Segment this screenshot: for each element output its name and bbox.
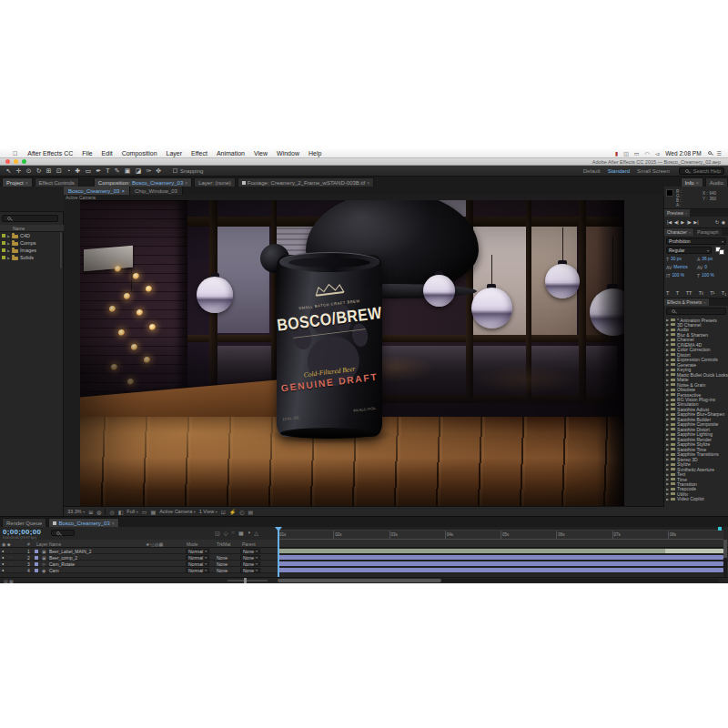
effects-category-row[interactable]: ▶ * Animation Presets	[666, 318, 728, 322]
twirl-icon[interactable]: ▶	[666, 432, 669, 437]
snapshot-icon[interactable]: ◎	[109, 509, 114, 515]
close-icon[interactable]: ×	[185, 180, 187, 186]
effects-category-row[interactable]: ▶ Matte	[666, 378, 728, 382]
transport-button[interactable]: ◀|	[674, 219, 679, 225]
twirl-icon[interactable]: ▶	[666, 462, 669, 467]
twirl-icon[interactable]: ▶	[666, 388, 669, 392]
faux-style-button[interactable]: T	[666, 290, 669, 296]
current-timecode[interactable]: 0;00;00;00	[3, 528, 41, 536]
twirl-icon[interactable]: ▶	[666, 332, 669, 337]
effects-category-row[interactable]: ▶ Sapphire Render	[666, 437, 728, 441]
visibility-toggle[interactable]: ●	[2, 548, 4, 554]
project-search-input[interactable]	[2, 215, 58, 222]
mode-header[interactable]: Mode	[187, 540, 198, 548]
comp-tab-active[interactable]: Bosco_Creamery_03 ×	[64, 187, 130, 195]
snapping-checkbox[interactable]	[173, 168, 177, 173]
effects-search-input[interactable]	[666, 308, 726, 315]
effects-category-row[interactable]: ▶ Sapphire Stylize	[666, 442, 728, 447]
character-field[interactable]: T 100 %	[697, 272, 726, 278]
fast-previews-icon[interactable]: ⚡	[229, 509, 237, 515]
tab-timeline-comp[interactable]: Bosco_Creamery_03 ×	[48, 518, 118, 527]
effects-category-row[interactable]: ▶ Blur & Sharpen	[666, 332, 728, 337]
layer-color-chip[interactable]	[35, 561, 38, 567]
effects-category-row[interactable]: ▶ 3D Channel	[666, 322, 728, 327]
twirl-icon[interactable]: ▶	[666, 447, 669, 451]
layer-duration-bar[interactable]	[278, 549, 723, 553]
close-icon[interactable]: ×	[367, 180, 369, 186]
effects-category-row[interactable]: ▶ Simulation	[666, 402, 728, 407]
loop-icon[interactable]: ↻	[715, 219, 719, 225]
timeline-search-input[interactable]	[51, 530, 75, 536]
composition-image[interactable]: SMALL BATCH CRAFT BREW BOSCO/BREW Cold-F…	[80, 200, 624, 506]
tool-icon[interactable]: ▭	[85, 167, 91, 174]
twirl-icon[interactable]: ▶	[666, 368, 669, 372]
close-icon[interactable]: ×	[25, 180, 28, 186]
close-window-button[interactable]	[5, 159, 10, 164]
twirl-icon[interactable]: ▶	[666, 427, 669, 431]
faux-style-button[interactable]: Tt	[699, 290, 703, 296]
blend-mode-dropdown[interactable]: Normal▾	[186, 561, 209, 567]
twirl-icon[interactable]: ▶	[666, 412, 669, 417]
twirl-icon[interactable]: ▶	[666, 392, 669, 397]
parent-dropdown[interactable]: None▾	[240, 567, 260, 573]
lock-toggle[interactable]: ▫	[11, 548, 12, 554]
lock-toggle[interactable]: ▫	[11, 554, 12, 561]
workspace-standard[interactable]: Standard	[608, 168, 630, 174]
volume-icon[interactable]: ◅	[655, 150, 660, 157]
menubar-item[interactable]: Help	[308, 150, 321, 157]
grid-guides-icon[interactable]: ⊞	[88, 509, 93, 515]
tab-composition[interactable]: Composition: Bosco_Creamery_03 ×	[94, 177, 192, 187]
twirl-icon[interactable]: ▶	[7, 241, 10, 246]
twirl-icon[interactable]: ▶	[666, 487, 669, 491]
twirl-icon[interactable]: ▶	[666, 318, 669, 322]
tab-effects-presets[interactable]: Effects & Presets×	[664, 298, 709, 306]
layer-name[interactable]: Beer_comp_2	[49, 554, 77, 561]
spotlight-icon[interactable]	[708, 151, 712, 155]
twirl-icon[interactable]: ▶	[666, 348, 669, 352]
wifi-icon[interactable]: ◠	[644, 150, 649, 157]
close-icon[interactable]: ×	[703, 300, 705, 305]
tool-icon[interactable]: ⊡	[56, 167, 62, 174]
tab-layer[interactable]: Layer: (none)	[194, 177, 236, 187]
layer-name-header[interactable]: Layer Name	[36, 540, 61, 548]
character-field-value[interactable]: 100 %	[672, 273, 684, 278]
effects-category-row[interactable]: ▶ Transition	[666, 481, 728, 486]
tool-icon[interactable]: ✎	[115, 167, 120, 174]
toggle-switches-modes-icon[interactable]: ▤ ▦	[4, 579, 14, 584]
display-icon[interactable]: ◫	[623, 150, 629, 157]
region-of-interest-icon[interactable]: ▭	[142, 509, 147, 515]
twirl-icon[interactable]: ▶	[666, 338, 669, 342]
visibility-toggle[interactable]: ●	[2, 554, 4, 561]
transport-button[interactable]: |◀	[667, 219, 672, 225]
project-item[interactable]: ▶ Images	[0, 247, 64, 254]
layer-name[interactable]: Cam	[49, 567, 59, 573]
label-color-chip[interactable]	[2, 241, 5, 245]
effects-category-row[interactable]: ▶ Sapphire Blur+Sharpen	[666, 412, 728, 417]
tool-icon[interactable]: T	[106, 167, 109, 174]
transport-button[interactable]: ▶	[681, 219, 684, 225]
blend-mode-dropdown[interactable]: Normal▾	[186, 548, 209, 554]
tab-paragraph[interactable]: Paragraph	[694, 228, 721, 236]
effects-category-row[interactable]: ▶ Perspective	[666, 392, 728, 397]
motion-blur-icon[interactable]: ◑	[248, 530, 251, 536]
effects-category-row[interactable]: ▶ Utility	[666, 491, 728, 496]
character-field[interactable]: T 30 px	[666, 256, 695, 262]
tool-icon[interactable]: ✜	[157, 167, 162, 174]
twirl-icon[interactable]: ▶	[666, 452, 669, 457]
project-item[interactable]: ▶ Comps	[0, 239, 64, 247]
menubar-item[interactable]: View	[254, 150, 268, 157]
close-icon[interactable]: ×	[685, 211, 687, 216]
menubar-item[interactable]: Layer	[167, 150, 183, 157]
tool-icon[interactable]: ✚	[75, 167, 80, 174]
camera-dropdown[interactable]: Active Camera ▾	[159, 509, 196, 514]
tool-icon[interactable]: ↻	[36, 167, 42, 174]
twirl-icon[interactable]: ▶	[666, 491, 669, 496]
close-icon[interactable]: ×	[696, 180, 699, 186]
time-ruler[interactable]: 01s02s03s04s05s06s07s08s	[278, 527, 723, 540]
layer-duration-bar[interactable]	[278, 568, 723, 572]
label-color-chip[interactable]	[2, 234, 5, 238]
layer-color-chip[interactable]	[35, 554, 38, 561]
effects-category-row[interactable]: ▶ Audio	[666, 328, 728, 332]
effects-category-row[interactable]: ▶ Sapphire Transitions	[666, 452, 728, 457]
transparency-grid-icon[interactable]: ▦	[150, 509, 156, 515]
